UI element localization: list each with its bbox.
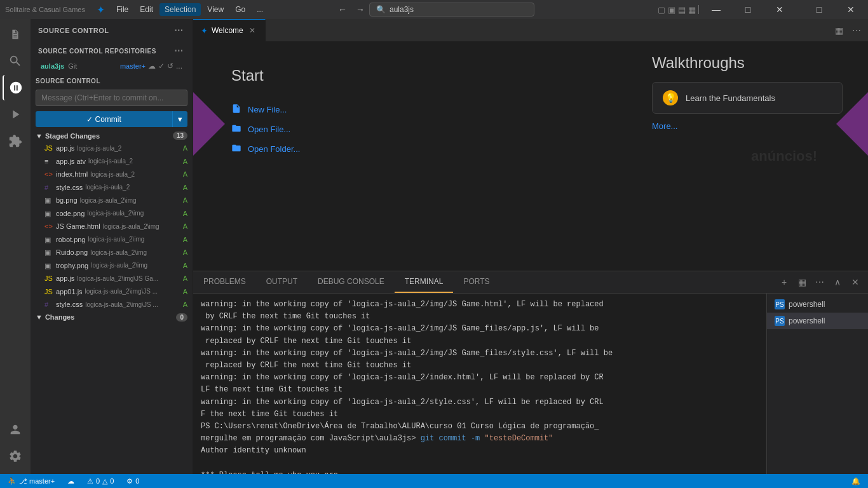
panel-tab-ports[interactable]: PORTS [453, 271, 499, 293]
file-item-ruidopng[interactable]: ▣ Ruido.png logica-js-aula_2\img A [31, 246, 193, 259]
file-item-stylecss[interactable]: # style.css logica-js-aula_2 A [31, 181, 193, 194]
file-item-stylecss2[interactable]: # style.css logica-js-aula_2\img\JS ... … [31, 298, 193, 311]
layout-btn1[interactable]: ▢ [658, 5, 665, 15]
menu-view[interactable]: View [202, 3, 229, 16]
file-path: logica-js-aula_2\img [103, 222, 177, 231]
restore-btn[interactable]: □ [804, 0, 834, 19]
panel-tab-output[interactable]: OUTPUT [256, 271, 308, 293]
file-item-bgpng[interactable]: ▣ bg.png logica-js-aula_2\img A [31, 194, 193, 207]
panel-tab-problems[interactable]: PROBLEMS [193, 271, 256, 293]
menu-go[interactable]: Go [230, 3, 250, 16]
menu-file[interactable]: File [111, 3, 133, 16]
commit-btn-group: ✓ Commit ▾ [36, 111, 187, 127]
file-status: A [180, 169, 187, 180]
file-item-appjs[interactable]: JS app.js logica-js-aula_2 A [31, 142, 193, 155]
activity-extensions[interactable] [3, 128, 28, 154]
file-status: A [180, 234, 187, 245]
staged-changes-toggle[interactable]: ▼ Staged Changes 13 [31, 130, 193, 142]
split-editor-btn[interactable]: ▦ [831, 23, 846, 38]
file-item-trophypng[interactable]: ▣ trophy.png logica-js-aula_2\img A [31, 259, 193, 273]
status-branch[interactable]: ⛹ ⎇ master+ [5, 477, 57, 485]
panel-more-btn[interactable]: ⋯ [812, 274, 827, 290]
menu-more[interactable]: ... [252, 3, 268, 16]
file-item-codepng[interactable]: ▣ code.png logica-js-aula_2\img A [31, 207, 193, 220]
status-remote[interactable]: ⚙ 0 [124, 477, 142, 485]
staged-chevron-icon: ▼ [36, 132, 43, 140]
tab-bar: ✦ Welcome ✕ ▦ ⋯ [193, 19, 868, 41]
warnings-label: 0 [110, 477, 114, 485]
file-item-appjs2[interactable]: JS app.js logica-js-aula_2\img\JS Ga... … [31, 272, 193, 285]
layout-btn2[interactable]: ▣ [668, 5, 675, 15]
welcome-right: Walkthroughs 💡 Learn the Fundamentals Mo… [627, 41, 868, 271]
changes-chevron-icon: ▼ [36, 313, 43, 321]
js-file-icon: JS [44, 273, 53, 284]
panel-split-btn[interactable]: ▦ [794, 274, 810, 290]
nav-forward[interactable]: → [351, 3, 369, 16]
shell-item-2[interactable]: PS powershell [767, 313, 868, 329]
tab-welcome[interactable]: ✦ Welcome ✕ [193, 19, 266, 41]
status-cloud[interactable]: ☁ [65, 477, 77, 485]
status-right: 🔔 [849, 477, 863, 485]
branch-icon: ⛹ [8, 477, 17, 485]
maximize-button[interactable]: □ [733, 0, 763, 19]
activity-account[interactable] [3, 417, 28, 442]
minimize-button[interactable]: — [702, 0, 731, 19]
nav-back[interactable]: ← [334, 3, 351, 16]
open-folder-item[interactable]: Open Folder... [231, 139, 588, 159]
panel-tab-debug[interactable]: DEBUG CONSOLE [308, 271, 395, 293]
title-bar: Solitaire & Casual Games ✦ File Edit Sel… [0, 0, 868, 19]
file-item-jsgamehtml[interactable]: <> JS Game.html logica-js-aula_2\img A [31, 220, 193, 233]
panel-tab-terminal[interactable]: TERMINAL [395, 271, 454, 293]
activity-explorer[interactable] [3, 22, 28, 47]
open-file-label: Open File... [248, 125, 290, 134]
restore-button2[interactable]: □ [804, 0, 834, 19]
img-file-icon: ▣ [44, 261, 53, 271]
file-item-indexhtml[interactable]: <> index.html logica-js-aula_2 A [31, 168, 193, 181]
staged-files-list: JS app.js logica-js-aula_2 A ≡ app.js at… [31, 142, 193, 311]
img-file-icon: ▣ [44, 208, 53, 219]
status-notifications[interactable]: 🔔 [849, 477, 863, 485]
errors-label: 0 [96, 477, 100, 485]
panel-minimize-btn[interactable]: ∧ [830, 274, 845, 290]
search-input[interactable] [390, 5, 517, 14]
changes-toggle[interactable]: ▼ Changes 0 [31, 311, 193, 323]
repo-item-aula3js[interactable]: aula3js Git master+ ☁ ✓ ↺ ... [36, 60, 187, 72]
repos-more-btn[interactable]: ⋯ [172, 44, 185, 57]
sidebar-header: SOURCE CONTROL ⋯ [31, 19, 193, 42]
tab-close-icon[interactable]: ✕ [247, 25, 257, 36]
js-file-icon: JS [44, 143, 53, 154]
layout-btn4[interactable]: ▦ [688, 5, 696, 15]
sidebar-action-more[interactable]: ⋯ [172, 24, 185, 37]
shell-item-1[interactable]: PS powershell [767, 296, 868, 313]
more-actions-btn[interactable]: ⋯ [849, 23, 864, 38]
activity-search[interactable] [3, 48, 28, 74]
commit-message-input[interactable] [36, 90, 187, 106]
layout-btn3[interactable]: ▤ [678, 5, 686, 15]
file-item-appjsatv[interactable]: ≡ app.js atv logica-js-aula_2 A [31, 155, 193, 168]
commit-dropdown-button[interactable]: ▾ [172, 111, 187, 127]
status-errors[interactable]: ⚠ 0 △ 0 [85, 477, 116, 485]
new-file-item[interactable]: New File... [231, 100, 588, 119]
activity-run[interactable] [3, 102, 28, 127]
shell-icon-1: PS [775, 299, 785, 309]
close-button2[interactable]: ✕ [836, 0, 865, 19]
menu-selection[interactable]: Selection [159, 3, 201, 16]
file-item-robotpng[interactable]: ▣ robot.png logica-js-aula_2\img A [31, 233, 193, 247]
file-name: index.html [56, 169, 88, 180]
walkthrough-learn-fundamentals[interactable]: 💡 Learn the Fundamentals [652, 82, 843, 114]
repo-more-icon[interactable]: ... [176, 62, 182, 71]
open-file-item[interactable]: Open File... [231, 119, 588, 139]
search-bar[interactable]: 🔍 [369, 3, 534, 17]
activity-settings[interactable] [3, 444, 28, 469]
new-terminal-btn[interactable]: + [776, 274, 792, 290]
welcome-left: Start New File... Open File... [193, 41, 627, 271]
terminal-output[interactable]: warning: in the working copy of 'logica-… [193, 294, 766, 474]
menu-edit[interactable]: Edit [135, 3, 158, 16]
panel-close-btn[interactable]: ✕ [848, 274, 863, 290]
close-button[interactable]: ✕ [765, 0, 794, 19]
activity-source-control[interactable] [3, 75, 28, 100]
branch-label: ⎇ master+ [19, 477, 55, 485]
commit-main-button[interactable]: ✓ Commit [36, 111, 172, 127]
file-item-app01js[interactable]: JS app01.js logica-js-aula_2\img\JS ... … [31, 285, 193, 299]
more-walkthroughs-link[interactable]: More... [652, 119, 843, 133]
